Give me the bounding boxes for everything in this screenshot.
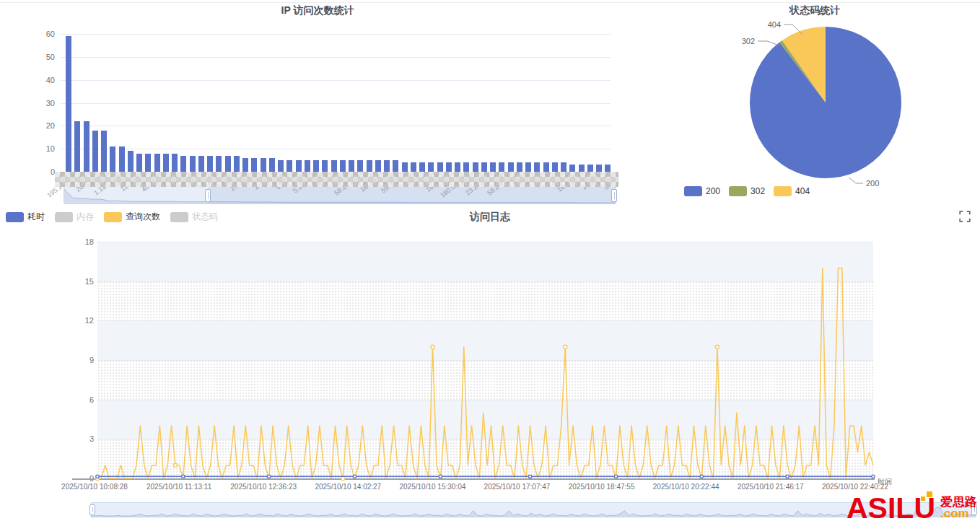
ip-bar[interactable] bbox=[499, 162, 504, 172]
ip-bar[interactable] bbox=[490, 162, 496, 172]
pie-legend-item-200[interactable]: 200 bbox=[684, 186, 720, 196]
ip-bar[interactable] bbox=[446, 162, 452, 172]
ip-bar[interactable] bbox=[305, 160, 310, 172]
ip-bar[interactable] bbox=[508, 162, 514, 172]
ip-bar[interactable] bbox=[543, 162, 549, 172]
legend-label: 302 bbox=[751, 186, 765, 196]
ip-bar[interactable] bbox=[569, 165, 575, 172]
y-tick-label: 9 bbox=[69, 356, 94, 364]
y-tick-label: 10 bbox=[30, 144, 55, 153]
ip-bar[interactable] bbox=[119, 146, 125, 172]
ip-bar[interactable] bbox=[357, 160, 363, 172]
pie-label-404: 404 bbox=[768, 20, 781, 29]
ip-bar[interactable] bbox=[198, 156, 204, 172]
ip-bar[interactable] bbox=[261, 158, 266, 172]
x-tick-label: 2025/10/10 18:47:55 bbox=[555, 483, 649, 491]
logo-pixel-icon bbox=[921, 496, 925, 501]
pie-label-200: 200 bbox=[866, 179, 879, 188]
ip-bar[interactable] bbox=[375, 160, 381, 172]
x-tick-label: 2025/10/10 10:08:28 bbox=[48, 483, 141, 491]
ip-bar[interactable] bbox=[525, 162, 531, 172]
ip-bar[interactable] bbox=[473, 162, 478, 172]
ip-bar[interactable] bbox=[234, 156, 240, 172]
ip-bar-series[interactable] bbox=[64, 34, 613, 172]
dashboard-page: IP 访问次数统计 6050403020100 195.178.1204.761… bbox=[0, 0, 980, 521]
status-pie-chart[interactable]: 200302404 bbox=[649, 0, 980, 186]
ip-bar[interactable] bbox=[579, 165, 585, 172]
ip-bar[interactable] bbox=[322, 160, 328, 172]
ip-bar[interactable] bbox=[411, 162, 416, 172]
ip-bar[interactable] bbox=[331, 160, 337, 172]
ip-bar[interactable] bbox=[561, 162, 566, 172]
ip-bar[interactable] bbox=[402, 162, 408, 172]
ip-bar[interactable] bbox=[419, 162, 425, 172]
y-tick-label: 20 bbox=[30, 121, 55, 130]
ip-bar[interactable] bbox=[296, 160, 302, 172]
fullscreen-icon[interactable] bbox=[959, 211, 971, 222]
ip-bar[interactable] bbox=[74, 121, 80, 172]
ip-bar[interactable] bbox=[463, 162, 469, 172]
access-log-datazoom-slider[interactable] bbox=[90, 502, 976, 517]
ip-bar[interactable] bbox=[367, 160, 372, 172]
access-log-datazoom-shadow bbox=[91, 504, 976, 517]
ip-bar[interactable] bbox=[437, 162, 443, 172]
legend-label: 404 bbox=[795, 186, 810, 196]
ip-bar[interactable] bbox=[517, 162, 522, 172]
ip-bar[interactable] bbox=[313, 160, 319, 172]
x-tick-label: 2025/10/10 12:36:23 bbox=[216, 483, 310, 491]
x-tick-label: 2025/10/10 14:02:27 bbox=[301, 483, 395, 491]
ip-bar[interactable] bbox=[101, 131, 107, 172]
ip-bar[interactable] bbox=[190, 156, 196, 172]
ip-bar-chart-title: IP 访问次数统计 bbox=[0, 4, 635, 17]
ip-bar[interactable] bbox=[428, 162, 434, 172]
ip-bar[interactable] bbox=[552, 162, 558, 172]
ip-bar[interactable] bbox=[251, 158, 257, 172]
status-pie-legend: 200302404 bbox=[684, 186, 810, 196]
ip-bar[interactable] bbox=[481, 162, 487, 172]
y-tick-label: 60 bbox=[30, 30, 55, 38]
asilu-watermark-logo[interactable]: ASILU 爱思路 .com bbox=[846, 496, 977, 520]
access-log-series[interactable] bbox=[97, 242, 873, 479]
y-tick-label: 0 bbox=[30, 167, 55, 176]
ip-labels-privacy-mosaic bbox=[55, 172, 618, 187]
ip-bar[interactable] bbox=[278, 160, 284, 172]
ip-bar-datazoom-right-handle[interactable] bbox=[611, 189, 617, 202]
ip-bar[interactable] bbox=[207, 156, 213, 172]
legend-swatch bbox=[684, 186, 702, 196]
ip-bar[interactable] bbox=[84, 121, 89, 172]
logo-domain: .com bbox=[940, 508, 977, 520]
pie-legend-item-302[interactable]: 302 bbox=[729, 186, 765, 196]
ip-bar[interactable] bbox=[587, 165, 593, 172]
access-log-datazoom-left-handle[interactable] bbox=[89, 504, 95, 515]
x-tick-label: 2025/10/10 15:30:04 bbox=[385, 483, 479, 491]
x-tick-label: 2025/10/10 11:13:11 bbox=[132, 483, 226, 491]
x-tick-label: 2025/10/10 17:07:47 bbox=[471, 483, 564, 491]
pie-legend-item-404[interactable]: 404 bbox=[774, 186, 810, 196]
ip-bar[interactable] bbox=[216, 156, 222, 172]
y-tick-label: 15 bbox=[69, 277, 94, 286]
ip-bar[interactable] bbox=[163, 154, 169, 172]
ip-bar[interactable] bbox=[384, 160, 390, 172]
ip-bar[interactable] bbox=[154, 154, 160, 172]
ip-bar[interactable] bbox=[180, 156, 186, 172]
ip-bar[interactable] bbox=[242, 158, 248, 172]
ip-bar[interactable] bbox=[172, 154, 178, 172]
ip-bar[interactable] bbox=[66, 36, 71, 172]
ip-bar[interactable] bbox=[92, 131, 98, 172]
ip-bar[interactable] bbox=[145, 154, 151, 172]
ip-bar[interactable] bbox=[286, 160, 292, 172]
ip-bar[interactable] bbox=[136, 154, 142, 172]
ip-bar[interactable] bbox=[534, 162, 540, 172]
y-tick-label: 3 bbox=[69, 434, 94, 443]
ip-bar[interactable] bbox=[596, 165, 602, 172]
ip-bar[interactable] bbox=[340, 160, 346, 172]
ip-bar[interactable] bbox=[269, 158, 275, 172]
ip-bar[interactable] bbox=[110, 146, 115, 172]
ip-bar[interactable] bbox=[349, 160, 354, 172]
ip-bar[interactable] bbox=[605, 165, 611, 172]
y-tick-label: 30 bbox=[30, 99, 55, 108]
ip-bar[interactable] bbox=[128, 151, 134, 172]
ip-bar[interactable] bbox=[455, 162, 460, 172]
ip-bar[interactable] bbox=[393, 160, 398, 172]
ip-bar[interactable] bbox=[225, 156, 231, 172]
